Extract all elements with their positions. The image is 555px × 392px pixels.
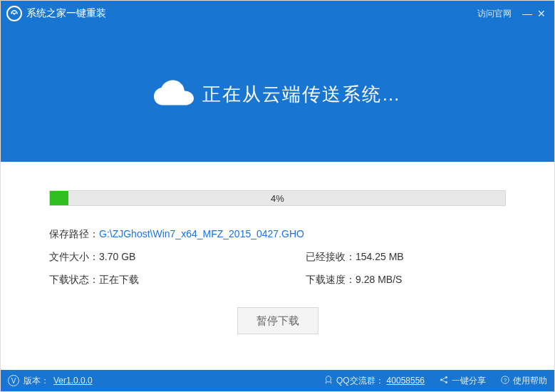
help-label: 使用帮助	[513, 375, 547, 387]
qq-icon	[323, 375, 333, 387]
hero-text: 正在从云端传送系统…	[202, 82, 402, 107]
titlebar: 系统之家一键重装 访问官网 — ✕	[1, 1, 554, 26]
help-icon: ?	[500, 375, 510, 387]
minimize-button[interactable]: —	[520, 6, 534, 21]
qq-value: 40058556	[387, 376, 425, 386]
file-size-value: 3.70 GB	[99, 249, 135, 264]
hero-banner: 正在从云端传送系统…	[1, 26, 554, 162]
share-link[interactable]: 一键分享	[439, 375, 486, 387]
svg-point-3	[445, 381, 447, 383]
download-info: 保存路径： G:\ZJGhost\Win7_x64_MFZ_2015_0427.…	[49, 226, 506, 287]
status-value: 正在下载	[99, 272, 139, 287]
pause-download-button[interactable]: 暂停下载	[237, 307, 318, 334]
received-label: 已经接收：	[306, 249, 356, 264]
share-icon	[439, 375, 449, 387]
speed-label: 下载速度：	[306, 272, 356, 287]
version-value[interactable]: Ver1.0.0.0	[53, 376, 93, 386]
progress-bar: 4%	[49, 190, 506, 206]
version-label: 版本：	[24, 375, 49, 387]
svg-point-2	[445, 376, 447, 378]
save-path-value[interactable]: G:\ZJGhost\Win7_x64_MFZ_2015_0427.GHO	[99, 226, 304, 242]
help-link[interactable]: ? 使用帮助	[500, 375, 547, 387]
footer: V 版本： Ver1.0.0.0 QQ交流群： 40058556 一键分享 ? …	[1, 370, 554, 391]
save-path-label: 保存路径：	[49, 226, 99, 242]
svg-text:?: ?	[504, 376, 507, 383]
speed-value: 9.28 MB/S	[356, 272, 402, 287]
svg-point-1	[440, 378, 442, 381]
app-logo-icon	[6, 6, 22, 21]
svg-point-0	[326, 376, 331, 381]
status-label: 下载状态：	[49, 272, 99, 287]
main-content: 4% 保存路径： G:\ZJGhost\Win7_x64_MFZ_2015_04…	[1, 162, 554, 370]
qq-group-link[interactable]: QQ交流群： 40058556	[323, 375, 425, 387]
progress-label: 4%	[50, 191, 505, 205]
file-size-label: 文件大小：	[49, 249, 99, 264]
app-title: 系统之家一键重装	[26, 7, 106, 20]
version-icon: V	[8, 375, 19, 386]
received-value: 154.25 MB	[356, 249, 404, 264]
qq-label: QQ交流群：	[336, 375, 384, 387]
cloud-icon	[154, 78, 194, 110]
close-button[interactable]: ✕	[534, 6, 549, 21]
share-label: 一键分享	[452, 375, 486, 387]
visit-site-link[interactable]: 访问官网	[477, 8, 512, 20]
